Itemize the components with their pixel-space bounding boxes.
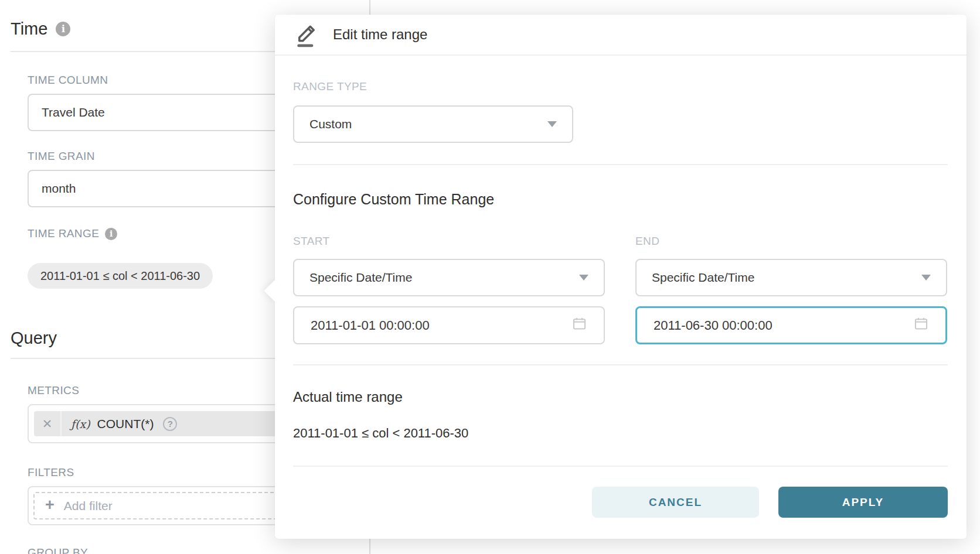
cancel-button[interactable]: CANCEL: [592, 487, 759, 518]
time-grain-value: month: [42, 182, 76, 196]
end-label: END: [635, 235, 659, 248]
query-section-header: Query: [11, 329, 57, 348]
start-mode-select[interactable]: Specific Date/Time: [293, 259, 605, 296]
apply-button[interactable]: APPLY: [778, 487, 948, 518]
explore-screen: Time i TIME COLUMN Travel Date TIME GRAI…: [0, 0, 980, 554]
add-filter-text: Add filter: [64, 499, 113, 513]
time-column-label: TIME COLUMN: [28, 74, 108, 87]
question-circle-icon[interactable]: ?: [163, 417, 177, 431]
time-range-pill[interactable]: 2011-01-01 ≤ col < 2011-06-30: [28, 263, 213, 289]
end-datetime-value: 2011-06-30 00:00:00: [654, 318, 773, 333]
modal-divider: [293, 364, 948, 365]
metrics-label: METRICS: [28, 384, 79, 397]
start-datetime-value: 2011-01-01 00:00:00: [311, 318, 430, 333]
actual-time-range-value: 2011-01-01 ≤ col < 2011-06-30: [293, 426, 468, 441]
pencil-icon: [294, 21, 319, 48]
popover-header: Edit time range: [275, 15, 967, 54]
end-mode-select[interactable]: Specific Date/Time: [635, 259, 947, 296]
chevron-down-icon: [579, 275, 588, 281]
actual-time-range-heading: Actual time range: [293, 388, 403, 406]
header-divider: [275, 54, 967, 56]
edit-time-range-popover: Edit time range RANGE TYPE Custom Config…: [275, 15, 967, 539]
start-mode-value: Specific Date/Time: [309, 271, 412, 285]
info-icon[interactable]: i: [56, 22, 70, 36]
metric-chip-value: COUNT(*): [97, 417, 154, 431]
calendar-icon[interactable]: [571, 316, 587, 335]
configure-heading: Configure Custom Time Range: [293, 190, 494, 208]
time-range-pill-text: 2011-01-01 ≤ col < 2011-06-30: [40, 269, 200, 283]
modal-divider: [293, 164, 948, 165]
modal-divider: [293, 466, 948, 467]
time-section-title: Time: [11, 19, 47, 39]
function-icon: ƒ(x): [71, 418, 90, 430]
calendar-icon[interactable]: [913, 316, 929, 335]
time-grain-label: TIME GRAIN: [28, 150, 95, 163]
end-mode-value: Specific Date/Time: [652, 271, 754, 285]
filters-label: FILTERS: [28, 466, 74, 479]
query-section-title: Query: [11, 329, 57, 348]
start-label: START: [293, 235, 330, 248]
popover-title: Edit time range: [333, 26, 427, 43]
time-column-value: Travel Date: [42, 105, 105, 119]
time-range-label: TIME RANGE i: [28, 227, 117, 240]
x-icon[interactable]: ✕: [34, 411, 62, 436]
chevron-down-icon: [921, 275, 931, 281]
start-datetime-input[interactable]: 2011-01-01 00:00:00: [293, 306, 605, 344]
plus-icon: +: [45, 497, 55, 513]
chevron-down-icon: [547, 121, 557, 127]
popover-arrow: [264, 279, 286, 302]
group-by-label: GROUP BY: [28, 546, 88, 554]
range-type-value: Custom: [309, 117, 352, 131]
end-datetime-input[interactable]: 2011-06-30 00:00:00: [635, 306, 947, 344]
range-type-select[interactable]: Custom: [293, 105, 573, 143]
time-section-header: Time i: [11, 19, 70, 39]
range-type-label: RANGE TYPE: [293, 80, 367, 93]
info-icon[interactable]: i: [105, 228, 117, 240]
